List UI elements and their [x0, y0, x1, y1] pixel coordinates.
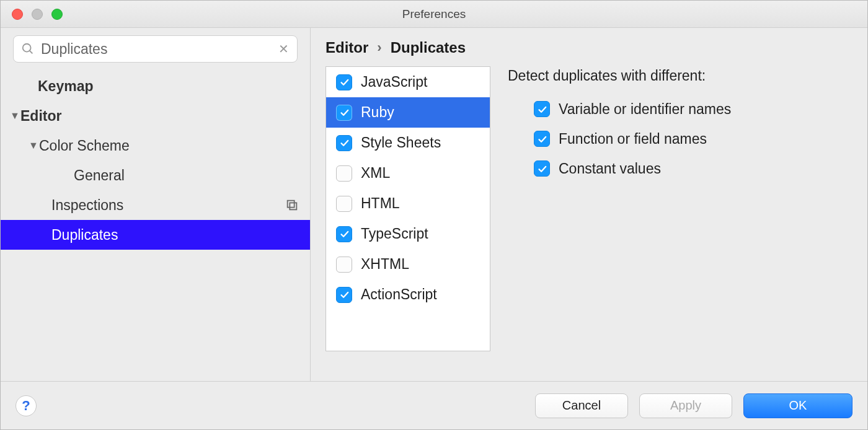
checkbox[interactable] [336, 226, 352, 242]
check-icon [339, 289, 350, 300]
checkbox[interactable] [534, 131, 550, 147]
clear-search-button[interactable]: ✕ [277, 43, 290, 55]
option-label: Constant values [559, 160, 661, 177]
checkbox[interactable] [336, 74, 352, 90]
sidebar-item[interactable]: Inspections [1, 190, 310, 220]
breadcrumb-parent[interactable]: Editor [326, 39, 368, 56]
chevron-down-icon[interactable]: ▼ [9, 110, 20, 121]
option-label: Function or field names [559, 131, 707, 147]
checkbox[interactable] [336, 196, 352, 212]
language-label: Ruby [361, 104, 394, 121]
breadcrumb: Editor › Duplicates [326, 39, 852, 66]
language-label: TypeScript [361, 226, 428, 242]
ok-button[interactable]: OK [743, 393, 852, 418]
apply-button[interactable]: Apply [639, 393, 732, 418]
svg-rect-2 [288, 201, 294, 208]
language-label: Style Sheets [361, 134, 441, 151]
check-icon [339, 229, 350, 239]
option-item[interactable]: Function or field names [534, 124, 852, 154]
options-title: Detect duplicates with different: [508, 66, 852, 84]
chevron-down-icon[interactable]: ▼ [28, 140, 39, 151]
sidebar: ✕ Keymap▼Editor▼Color SchemeGeneralInspe… [1, 28, 311, 381]
sidebar-item[interactable]: ▼Color Scheme [1, 131, 310, 160]
language-label: HTML [361, 195, 400, 212]
option-label: Variable or identifier names [559, 101, 731, 118]
sidebar-item-label: Keymap [38, 78, 93, 95]
language-label: XHTML [361, 256, 409, 273]
language-item[interactable]: XHTML [326, 249, 490, 279]
close-icon: ✕ [278, 42, 289, 56]
window-title: Preferences [402, 7, 466, 21]
preferences-window: Preferences ✕ Keymap▼Editor▼Color Scheme… [0, 0, 868, 430]
check-icon [339, 77, 350, 87]
titlebar: Preferences [1, 1, 867, 28]
settings-tree[interactable]: Keymap▼Editor▼Color SchemeGeneralInspect… [1, 69, 310, 381]
language-item[interactable]: Style Sheets [326, 128, 490, 158]
search-input[interactable] [41, 41, 271, 58]
options-panel: Detect duplicates with different: Variab… [508, 66, 852, 183]
svg-rect-3 [290, 203, 296, 209]
language-label: XML [361, 165, 390, 182]
checkbox[interactable] [336, 135, 352, 151]
search-icon [21, 42, 35, 56]
minimize-window-button[interactable] [32, 9, 43, 20]
sidebar-item[interactable]: ▼Editor [1, 101, 310, 131]
checkbox[interactable] [336, 105, 352, 121]
svg-point-0 [23, 44, 31, 52]
sidebar-item[interactable]: General [1, 160, 310, 190]
profile-scheme-icon [285, 198, 299, 212]
chevron-right-icon: › [377, 40, 381, 56]
language-list[interactable]: JavaScriptRubyStyle SheetsXMLHTMLTypeScr… [326, 66, 490, 351]
checkbox[interactable] [534, 160, 550, 177]
sidebar-item-label: General [74, 167, 125, 184]
sidebar-item[interactable]: Duplicates [1, 220, 310, 250]
language-item[interactable]: Ruby [326, 97, 490, 128]
option-item[interactable]: Constant values [534, 154, 852, 183]
language-item[interactable]: JavaScript [326, 67, 490, 97]
content-panel: Editor › Duplicates JavaScriptRubyStyle … [311, 28, 867, 381]
search-field[interactable]: ✕ [13, 35, 298, 63]
language-item[interactable]: TypeScript [326, 219, 490, 249]
checkbox[interactable] [336, 165, 352, 182]
help-button[interactable]: ? [16, 395, 37, 416]
sidebar-item-label: Color Scheme [39, 138, 130, 154]
svg-line-1 [30, 51, 33, 54]
sidebar-item[interactable]: Keymap [1, 71, 310, 101]
footer: ? Cancel Apply OK [1, 381, 867, 429]
option-item[interactable]: Variable or identifier names [534, 94, 852, 124]
check-icon [537, 104, 547, 115]
sidebar-item-label: Inspections [51, 197, 123, 214]
check-icon [537, 164, 547, 174]
close-window-button[interactable] [12, 9, 23, 20]
checkbox[interactable] [336, 257, 352, 273]
breadcrumb-current: Duplicates [391, 39, 466, 56]
language-item[interactable]: ActionScript [326, 279, 490, 310]
checkbox[interactable] [336, 287, 352, 303]
sidebar-item-label: Editor [20, 108, 61, 125]
maximize-window-button[interactable] [51, 9, 63, 20]
language-label: JavaScript [361, 74, 427, 90]
traffic-lights [1, 9, 63, 20]
language-item[interactable]: HTML [326, 188, 490, 219]
body: ✕ Keymap▼Editor▼Color SchemeGeneralInspe… [1, 28, 867, 381]
cancel-button[interactable]: Cancel [535, 393, 628, 418]
sidebar-item-label: Duplicates [51, 227, 118, 244]
check-icon [537, 134, 547, 144]
help-icon: ? [22, 398, 30, 414]
language-item[interactable]: XML [326, 158, 490, 188]
check-icon [339, 138, 350, 148]
language-label: ActionScript [361, 286, 437, 303]
check-icon [339, 107, 350, 118]
checkbox[interactable] [534, 101, 550, 117]
